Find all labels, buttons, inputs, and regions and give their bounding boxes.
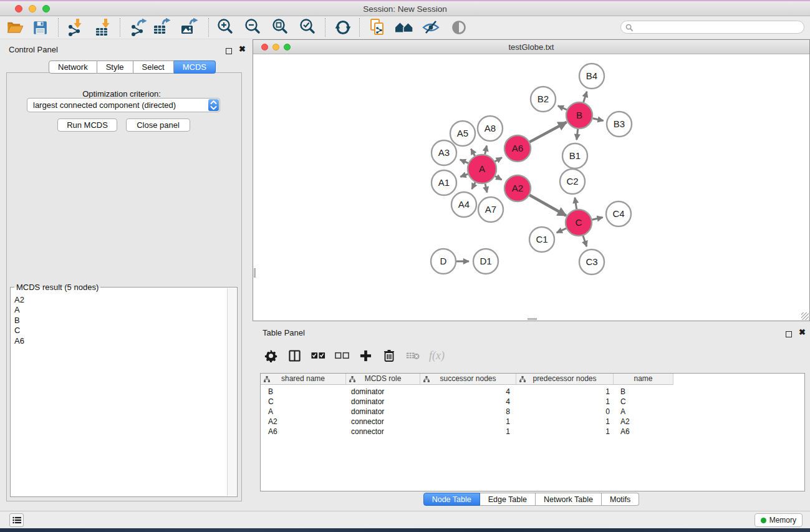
graph-node-C1[interactable]: C1	[529, 227, 554, 252]
tab-node-table[interactable]: Node Table	[423, 493, 480, 506]
graph-node-A1[interactable]: A1	[432, 170, 456, 195]
close-panel-button[interactable]: Close panel	[126, 118, 190, 132]
edge-A-A8[interactable]	[485, 145, 487, 154]
graph-node-B2[interactable]: B2	[531, 87, 556, 112]
tab-network-table[interactable]: Network Table	[536, 493, 602, 506]
function-builder-icon[interactable]: f(x)	[429, 348, 445, 363]
graph-node-A4[interactable]: A4	[451, 192, 476, 217]
unselect-all-icon[interactable]	[334, 348, 349, 363]
graph-node-B[interactable]: B	[566, 102, 592, 128]
graph-node-A8[interactable]: A8	[478, 116, 503, 141]
graph-node-A7[interactable]: A7	[478, 197, 503, 222]
table-row[interactable]: A2connector11A2	[261, 417, 804, 427]
graph-node-A3[interactable]: A3	[432, 140, 456, 165]
edge-B-B2[interactable]	[558, 106, 567, 110]
column-header-predecessor-nodes[interactable]: predecessor nodes	[516, 374, 614, 385]
edge-A-A6[interactable]	[495, 158, 502, 162]
zoom-out-icon[interactable]	[243, 17, 263, 37]
edge-C-C3[interactable]	[583, 236, 587, 246]
graph-node-D[interactable]: D	[431, 249, 456, 274]
graph-node-B4[interactable]: B4	[579, 64, 604, 89]
result-item[interactable]: B	[11, 316, 227, 326]
graph-node-B3[interactable]: B3	[607, 112, 632, 137]
tab-style[interactable]: Style	[97, 60, 133, 74]
import-table-icon[interactable]	[94, 17, 113, 37]
add-row-icon[interactable]	[358, 348, 373, 363]
show-column-icon[interactable]	[287, 348, 302, 363]
edge-A-A3[interactable]	[460, 160, 468, 163]
splitter-handle-icon[interactable]	[254, 268, 256, 278]
close-panel-icon[interactable]: ✖	[239, 46, 246, 52]
edge-A-A1[interactable]	[460, 174, 468, 177]
zoom-fit-icon[interactable]	[271, 17, 291, 37]
graph-node-C[interactable]: C	[566, 210, 592, 236]
column-header-successor-nodes[interactable]: successor nodes	[420, 374, 516, 385]
show-all-icon[interactable]	[449, 17, 469, 37]
show-panels-list-icon[interactable]	[9, 513, 24, 527]
close-table-panel-icon[interactable]: ✖	[799, 329, 806, 336]
edge-A2-C[interactable]	[529, 195, 566, 216]
edge-B-B4[interactable]	[584, 92, 587, 102]
result-item[interactable]: A6	[11, 336, 227, 346]
zoom-in-icon[interactable]	[216, 17, 236, 37]
edge-C-C2[interactable]	[575, 198, 577, 210]
edge-C-C1[interactable]	[557, 228, 566, 233]
export-network-icon[interactable]	[128, 17, 148, 37]
edge-B-B3[interactable]	[592, 118, 603, 121]
save-session-icon[interactable]	[30, 17, 50, 37]
graph-node-B1[interactable]: B1	[562, 143, 587, 168]
column-header-shared-name[interactable]: shared name	[261, 374, 346, 385]
run-mcds-button[interactable]: Run MCDS	[57, 118, 117, 132]
edge-A-A5[interactable]	[471, 149, 475, 156]
tab-edge-table[interactable]: Edge Table	[480, 493, 536, 506]
network-graph-canvas[interactable]: B4B2BB3A5A8A6A3AB1A1C2A2A4A7CC4C1C3DD1	[253, 55, 809, 321]
network-window-titlebar[interactable]: testGlobe.txt	[253, 40, 809, 54]
float-table-panel-icon[interactable]	[786, 329, 792, 340]
first-neighbors-icon[interactable]	[394, 17, 414, 37]
edge-A6-B[interactable]	[529, 122, 566, 142]
refresh-icon[interactable]	[333, 17, 353, 37]
edge-A-A2[interactable]	[495, 176, 501, 180]
edge-A-A7[interactable]	[485, 183, 487, 192]
result-item[interactable]: A2	[11, 295, 227, 305]
tab-motifs[interactable]: Motifs	[602, 493, 639, 506]
hide-selected-icon[interactable]	[421, 17, 441, 37]
result-scrollbar[interactable]	[227, 288, 236, 496]
edge-A-A4[interactable]	[472, 182, 475, 189]
result-item[interactable]: C	[11, 326, 227, 336]
graph-node-A2[interactable]: A2	[504, 175, 531, 201]
export-image-icon[interactable]	[180, 17, 200, 37]
tab-mcds[interactable]: MCDS	[174, 60, 216, 74]
table-row[interactable]: Adominator80A	[261, 407, 804, 417]
graph-node-C2[interactable]: C2	[560, 169, 585, 194]
memory-button[interactable]: Memory	[755, 513, 803, 527]
resize-grip-icon[interactable]	[801, 312, 809, 320]
graph-node-A5[interactable]: A5	[450, 121, 475, 146]
table-row[interactable]: Cdominator41C	[261, 397, 804, 407]
mcds-result-list[interactable]: A2ABCA6	[11, 295, 227, 496]
tab-network[interactable]: Network	[49, 60, 97, 74]
search-input[interactable]	[620, 21, 804, 34]
import-network-icon[interactable]	[65, 17, 85, 37]
table-options-icon[interactable]	[263, 348, 278, 363]
table-row[interactable]: A6connector11A6	[261, 427, 804, 437]
zoom-selected-icon[interactable]	[298, 17, 318, 37]
column-header-name[interactable]: name	[614, 374, 673, 385]
export-table-icon[interactable]	[152, 17, 172, 37]
edge-C-C4[interactable]	[592, 218, 602, 220]
graph-node-A[interactable]: A	[468, 155, 496, 183]
open-session-icon[interactable]	[5, 17, 25, 37]
edge-B-B1[interactable]	[577, 129, 578, 140]
splitter-handle-icon[interactable]	[528, 318, 537, 320]
result-item[interactable]: A	[11, 305, 227, 315]
float-panel-icon[interactable]	[226, 46, 232, 57]
graph-node-C3[interactable]: C3	[579, 249, 604, 274]
delete-row-icon[interactable]	[382, 348, 397, 363]
delete-table-icon[interactable]	[405, 348, 420, 363]
criterion-dropdown[interactable]: largest connected component (directed)	[27, 98, 220, 112]
tab-select[interactable]: Select	[133, 60, 174, 74]
table-row[interactable]: Bdominator41B	[261, 387, 804, 397]
select-all-icon[interactable]	[311, 348, 325, 363]
graph-node-A6[interactable]: A6	[504, 135, 531, 162]
graph-node-C4[interactable]: C4	[606, 201, 631, 226]
